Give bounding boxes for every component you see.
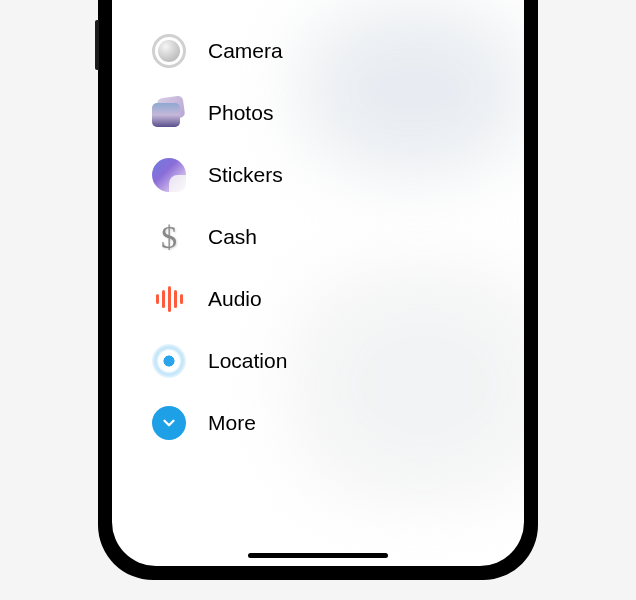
menu-label: Cash bbox=[208, 225, 257, 249]
camera-icon bbox=[150, 32, 188, 70]
stickers-icon bbox=[150, 156, 188, 194]
menu-label: Photos bbox=[208, 101, 273, 125]
menu-label: Audio bbox=[208, 287, 262, 311]
menu-item-more[interactable]: More bbox=[142, 392, 295, 454]
cash-icon: $ bbox=[150, 218, 188, 256]
menu-item-camera[interactable]: Camera bbox=[142, 20, 295, 82]
screen: Camera Photos Stickers $ Cash bbox=[112, 0, 524, 566]
menu-item-location[interactable]: Location bbox=[142, 330, 295, 392]
menu-item-audio[interactable]: Audio bbox=[142, 268, 295, 330]
menu-label: More bbox=[208, 411, 256, 435]
menu-label: Location bbox=[208, 349, 287, 373]
photos-icon bbox=[150, 94, 188, 132]
more-icon bbox=[150, 404, 188, 442]
location-icon bbox=[150, 342, 188, 380]
menu-item-cash[interactable]: $ Cash bbox=[142, 206, 295, 268]
menu-label: Stickers bbox=[208, 163, 283, 187]
attachment-menu: Camera Photos Stickers $ Cash bbox=[142, 20, 295, 454]
menu-item-stickers[interactable]: Stickers bbox=[142, 144, 295, 206]
device-frame: Camera Photos Stickers $ Cash bbox=[98, 0, 538, 580]
menu-label: Camera bbox=[208, 39, 283, 63]
home-indicator[interactable] bbox=[248, 553, 388, 558]
menu-item-photos[interactable]: Photos bbox=[142, 82, 295, 144]
audio-icon bbox=[150, 280, 188, 318]
